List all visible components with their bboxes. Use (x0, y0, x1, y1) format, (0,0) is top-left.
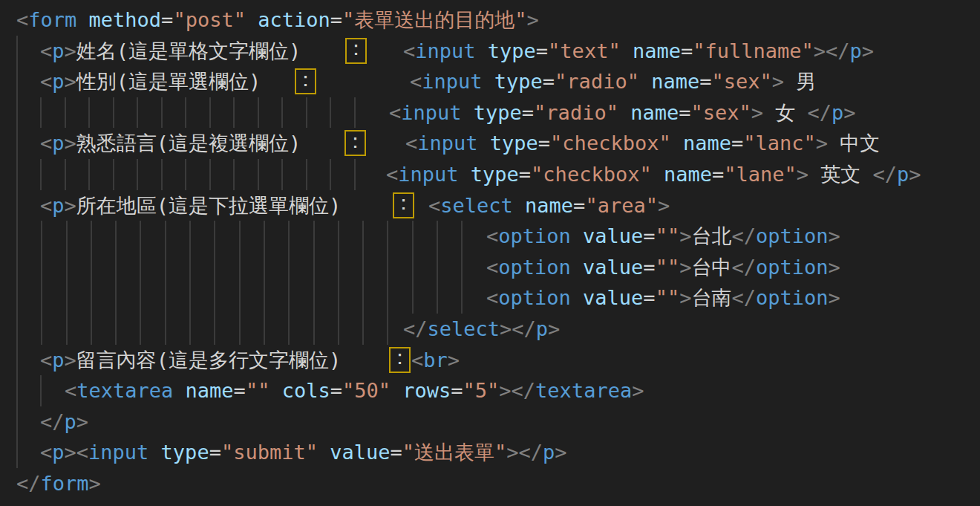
code-run: <input type="text" name="fullname"></p> (403, 36, 874, 67)
indent-guide (189, 314, 191, 345)
token-text-content: 性別(這是單選欄位) (76, 70, 261, 93)
token-attribute-name: cols (282, 379, 330, 402)
token-tag-name: select (440, 194, 513, 217)
token-tag-punctuation: </ (16, 472, 41, 495)
token-tag-name: p (52, 132, 64, 155)
indent-guide (264, 252, 265, 283)
token-string-value: "" (656, 224, 680, 247)
token-whitespace (571, 224, 583, 247)
code-run: <input type="radio" name="sex"> 男 (410, 66, 816, 97)
token-tag-punctuation: > (500, 317, 512, 340)
token-string-value: "checkbox" (531, 163, 652, 186)
indent-guide (137, 159, 138, 190)
indent-guide (437, 252, 438, 283)
token-operator: = (330, 8, 342, 31)
token-tag-punctuation: < (40, 132, 52, 155)
token-string-value: "fullname" (693, 39, 814, 62)
token-attribute-name: value (330, 441, 390, 464)
indent-guide (140, 221, 141, 252)
indent-guide (66, 282, 68, 314)
token-tag-punctuation: < (403, 39, 415, 62)
token-tag-punctuation: > (828, 256, 840, 279)
indent-guide (41, 314, 42, 345)
token-tag-punctuation: < (76, 441, 88, 464)
token-whitespace (483, 70, 494, 93)
token-tag-punctuation: < (386, 163, 398, 186)
indent-guide (16, 190, 18, 221)
token-operator: = (712, 163, 724, 186)
indent-guide (165, 282, 166, 314)
token-tag-name: p (832, 101, 843, 124)
token-tag-punctuation: </ (873, 163, 898, 186)
token-operator: = (643, 286, 655, 309)
token-operator: = (643, 224, 655, 247)
token-operator: = (543, 70, 555, 93)
indent-guide (288, 314, 290, 345)
indent-guide (91, 282, 92, 314)
token-tag-punctuation: > (65, 348, 76, 372)
token-operator: = (391, 441, 402, 464)
indent-guide (189, 252, 191, 283)
indent-guide (330, 97, 331, 129)
token-tag-punctuation: < (40, 70, 52, 93)
token-text-content: 女 (763, 101, 808, 124)
token-attribute-name: name (683, 132, 731, 155)
indent-guide (214, 314, 215, 345)
token-tag-punctuation: </ (731, 286, 756, 309)
code-line: <p>留言內容(這是多行文字欄位)：<br> (0, 345, 980, 376)
indent-guide (137, 97, 138, 129)
code-line: </form> (0, 468, 980, 499)
indent-guide (209, 159, 211, 190)
token-tag-punctuation: > (909, 163, 921, 186)
fullwidth-colon-char: ： (390, 342, 410, 373)
token-string-value: "radio" (534, 101, 618, 124)
token-attribute-name: name (633, 39, 681, 62)
token-text-content: 留言內容(這是多行文字欄位) (76, 348, 342, 372)
indent-guide (412, 252, 414, 283)
token-operator: = (731, 132, 743, 155)
indent-guide (115, 252, 117, 283)
code-editor[interactable]: <form method="post" action="表單送出的目的地"><p… (0, 0, 980, 506)
indent-guide (239, 221, 241, 252)
indent-guide (16, 437, 18, 468)
token-tag-punctuation: > (76, 410, 88, 433)
code-run: <select name="area"> (428, 190, 670, 221)
token-tag-punctuation: </ (826, 39, 850, 62)
token-tag-punctuation: > (843, 101, 855, 124)
token-string-value: "submit" (221, 441, 318, 464)
token-tag-name: input (415, 39, 475, 62)
token-operator: = (209, 441, 221, 464)
indent-guide (306, 97, 307, 129)
unicode-highlight-box: ： (295, 68, 316, 94)
token-tag-punctuation: < (40, 348, 52, 372)
indent-guide (354, 97, 356, 129)
indent-guide (461, 221, 463, 252)
token-whitespace (571, 256, 583, 279)
token-tag-name: option (756, 286, 829, 309)
indent-guide (16, 66, 18, 97)
token-tag-punctuation: > (816, 132, 828, 155)
indent-guide (140, 282, 141, 314)
indent-guide (66, 221, 68, 252)
token-tag-punctuation: > (499, 379, 511, 402)
indent-guide (88, 97, 90, 129)
token-string-value: "" (656, 256, 680, 279)
token-tag-punctuation: > (65, 70, 76, 93)
indent-guide (161, 97, 163, 129)
code-line: <textarea name="" cols="50" rows="5"></t… (0, 375, 980, 406)
indent-guide (354, 159, 356, 190)
token-tag-name: input (417, 132, 477, 155)
code-line: <p>熟悉語言(這是複選欄位)：<input type="checkbox" n… (0, 128, 980, 159)
indent-guide (214, 221, 215, 252)
token-whitespace (76, 8, 88, 31)
indent-guide (16, 314, 18, 345)
code-line: <input type="checkbox" name="lane"> 英文 <… (0, 159, 980, 190)
token-tag-punctuation: </ (512, 379, 536, 402)
token-whitespace (639, 70, 651, 93)
indent-guide (16, 97, 18, 129)
token-tag-punctuation: > (772, 70, 784, 93)
code-run: <p>姓名(這是單格文字欄位) (40, 36, 301, 67)
token-operator: = (161, 8, 173, 31)
code-run: <input type="checkbox" name="lanc"> 中文 (405, 128, 880, 159)
token-tag-name: input (398, 163, 458, 186)
